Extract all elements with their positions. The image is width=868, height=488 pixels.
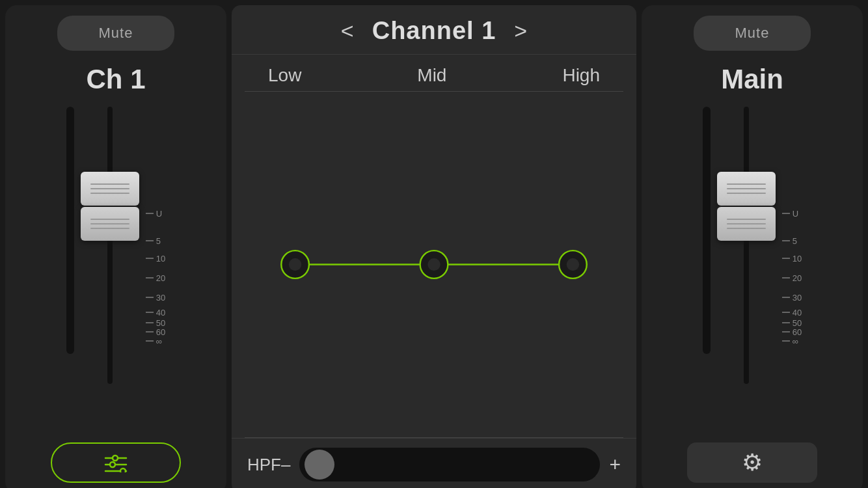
right-scale-marks: U 5 10 20 30 40 50 60 ∞ — [782, 107, 802, 346]
right-fader-line-3 — [727, 193, 766, 194]
hpf-section: HPF– + — [232, 438, 636, 488]
gear-icon: ⚙ — [742, 449, 763, 476]
mid-band-label: Mid — [417, 65, 446, 86]
right-channel-label: Main — [721, 64, 783, 95]
fader-line-5 — [90, 223, 129, 224]
channel-title: Channel 1 — [372, 17, 496, 45]
hpf-label: HPF– — [247, 455, 290, 475]
right-panel: Mute Main U — [642, 5, 863, 488]
left-panel: Mute Ch 1 U — [5, 5, 226, 488]
svg-point-10 — [289, 258, 301, 271]
svg-point-4 — [110, 462, 115, 467]
eq-graph-svg — [245, 92, 623, 437]
left-fader-handle-bottom[interactable] — [81, 207, 139, 241]
eq-band-labels: Low Mid High — [245, 55, 623, 86]
fader-line-4 — [90, 219, 129, 220]
right-fader-line-1 — [727, 183, 766, 185]
eq-bottom-divider — [245, 437, 623, 438]
fader-line-1 — [90, 183, 129, 185]
fader-line-2 — [90, 188, 129, 189]
left-vu-meter — [66, 107, 74, 354]
settings-button[interactable]: ⚙ — [687, 442, 817, 483]
svg-point-12 — [567, 258, 579, 271]
svg-point-7 — [120, 468, 126, 472]
svg-point-1 — [113, 455, 118, 461]
channel-header: < Channel 1 > — [232, 5, 636, 55]
eq-icon — [103, 453, 129, 472]
left-fader-area: U 5 10 20 30 40 50 60 ∞ — [5, 107, 226, 442]
hpf-plus-label: + — [609, 454, 621, 476]
right-fader-handle-bottom[interactable] — [717, 207, 776, 241]
fader-line-6 — [90, 228, 129, 229]
left-mute-button[interactable]: Mute — [57, 16, 174, 51]
hpf-slider-thumb[interactable] — [305, 450, 334, 480]
fader-line-3 — [90, 193, 129, 194]
hpf-slider-track[interactable] — [299, 448, 600, 481]
right-fader-line-4 — [727, 219, 766, 220]
eq-button[interactable] — [51, 442, 181, 483]
left-fader-handle-top[interactable] — [81, 172, 139, 206]
right-vu-meter — [703, 107, 711, 354]
svg-point-11 — [427, 258, 440, 271]
center-panel: < Channel 1 > Low Mid High — [232, 5, 636, 488]
eq-canvas[interactable] — [245, 92, 623, 437]
prev-channel-button[interactable]: < — [323, 18, 372, 44]
eq-area: Low Mid High — [232, 55, 636, 438]
right-fader-area: U 5 10 20 30 40 50 60 ∞ — [642, 107, 863, 442]
high-band-label: High — [562, 65, 600, 86]
right-fader-line-6 — [727, 228, 766, 229]
right-fader-line-2 — [727, 188, 766, 189]
left-scale-marks: U 5 10 20 30 40 50 60 ∞ — [146, 107, 165, 346]
left-channel-label: Ch 1 — [86, 64, 145, 95]
right-fader-handle-top[interactable] — [717, 172, 776, 206]
next-channel-button[interactable]: > — [496, 18, 545, 44]
low-band-label: Low — [268, 65, 301, 86]
right-fader-line-5 — [727, 223, 766, 224]
right-mute-button[interactable]: Mute — [694, 16, 811, 51]
